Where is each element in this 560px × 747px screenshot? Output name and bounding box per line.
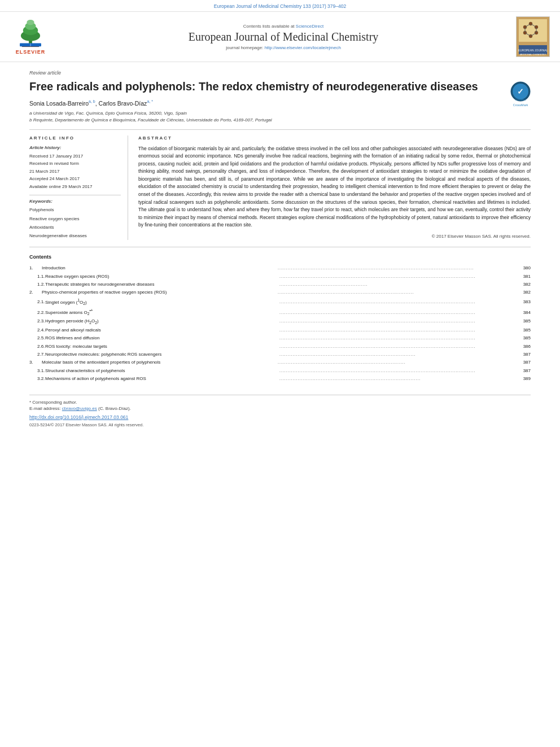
toc-page-2-5: 385 <box>514 334 531 342</box>
main-content: Review article ✓ CrossMark CrossMark Fre… <box>0 70 560 427</box>
keyword-4: Neurodegenerative diseases <box>29 231 121 240</box>
review-article-label: Review article <box>29 70 531 76</box>
keyword-3: Antioxidants <box>29 223 121 231</box>
affiliation-a: a Universidad de Vigo, Fac. Química, Dpt… <box>29 110 531 117</box>
toc-num-2-6: 2.6. <box>29 343 45 351</box>
toc-num-1: 1. <box>29 264 42 272</box>
journal-title-block: Contents lists available at ScienceDirec… <box>58 24 509 50</box>
affiliations: a Universidad de Vigo, Fac. Química, Dpt… <box>29 110 531 124</box>
elsevier-tree-icon <box>14 19 47 48</box>
toc-item-2-2: 2.2. Superoxide anions O2•+ ............… <box>29 307 531 317</box>
copyright-line: © 2017 Elsevier Masson SAS. All rights r… <box>138 234 531 239</box>
svg-text:EUROPEAN JOURNAL: EUROPEAN JOURNAL <box>518 49 548 52</box>
toc-title-3: Molecular basis of the antioxidant prope… <box>42 359 276 366</box>
toc-num-2-3: 2.3. <box>29 317 45 325</box>
toc-dots-1: ........................................… <box>276 265 514 272</box>
toc-item-2-4: 2.4. Peroxyl and alkoxyl radicals ......… <box>29 326 531 334</box>
toc-item-2-6: 2.6. ROS toxicity: molecular targets ...… <box>29 343 531 351</box>
toc-dots-1-2: ........................................… <box>278 281 514 289</box>
contents-label: Contents <box>29 254 531 260</box>
toc-title-2: Physico-chemical properties of reactive … <box>42 289 276 296</box>
toc-page-3-2: 389 <box>514 375 531 383</box>
toc-dots-2-3: ........................................… <box>278 318 514 325</box>
toc-num-2-5: 2.5. <box>29 334 45 342</box>
doi-link[interactable]: http://dx.doi.org/10.1016/j.ejmech.2017.… <box>29 414 128 420</box>
elsevier-text-label: ELSEVIER <box>16 49 46 55</box>
toc-num-2-4: 2.4. <box>29 326 45 334</box>
toc-num-1-2: 1.2. <box>29 281 45 289</box>
toc-title-2-2: Superoxide anions O2•+ <box>45 307 278 317</box>
journal-cover-image: EUROPEAN JOURNAL MEDICINAL CHEMISTRY <box>516 16 550 57</box>
toc-num-2-1: 2.1. <box>29 298 45 306</box>
crossmark-label: CrossMark <box>510 103 531 107</box>
toc-num-2-2: 2.2. <box>29 309 45 317</box>
toc-title-2-4: Peroxyl and alkoxyl radicals <box>45 326 278 334</box>
toc-item-2-5: 2.5. ROS lifetimes and diffusion .......… <box>29 334 531 342</box>
toc-item-2-7: 2.7. Neuroprotective molecules: polyphen… <box>29 351 531 359</box>
author1-sup: a, b <box>89 99 95 103</box>
toc-item-1: 1. Introduction ........................… <box>29 264 531 272</box>
journal-url[interactable]: http://www.elsevier.com/locate/ejmech <box>265 45 341 50</box>
affiliation-b: b Requimte, Departamento de Química e Bi… <box>29 117 531 124</box>
svg-text:CrossMark: CrossMark <box>515 98 526 101</box>
article-info-column: ARTICLE INFO Article history: Received 1… <box>29 136 128 241</box>
toc-num-1-1: 1.1. <box>29 273 45 281</box>
toc-dots-2-2: ........................................… <box>278 309 514 317</box>
page: European Journal of Medicinal Chemistry … <box>0 0 560 747</box>
toc-title-3-2: Mechanisms of action of polyphenols agai… <box>45 375 278 383</box>
sciencedirect-line: Contents lists available at ScienceDirec… <box>58 24 509 29</box>
footer-email: E-mail address: cbravo@uvigo.es (C. Brav… <box>29 406 531 411</box>
toc-title-2-6: ROS toxicity: molecular targets <box>45 343 278 351</box>
abstract-heading: ABSTRACT <box>138 136 531 141</box>
toc-dots-2-7: ........................................… <box>278 351 514 359</box>
footer-section: * Corresponding author. E-mail address: … <box>29 395 531 427</box>
abstract-column: ABSTRACT The oxidation of bioorganic mat… <box>138 136 531 241</box>
toc-item-1-2: 1.2. Therapeutic strategies for neurodeg… <box>29 281 531 289</box>
toc-num-3: 3. <box>29 359 42 366</box>
toc-page-2-2: 384 <box>514 309 531 317</box>
svg-text:MEDICINAL CHEMISTRY: MEDICINAL CHEMISTRY <box>520 53 546 56</box>
keywords-list: Polyphenols Reactive oxygen species Anti… <box>29 206 121 240</box>
toc-page-3: 387 <box>514 359 531 366</box>
authors-line: Sonia Losada-Barreiroa, b, Carlos Bravo-… <box>29 99 531 107</box>
toc-page-2-3: 385 <box>514 317 531 325</box>
keyword-2: Reactive oxygen species <box>29 215 121 223</box>
toc-title-2-1: Singlet oxygen (1O2) <box>45 297 278 307</box>
email-link[interactable]: cbravo@uvigo.es <box>62 406 97 411</box>
toc-dots-1-1: ........................................… <box>278 273 514 281</box>
toc-page-2-1: 383 <box>514 298 531 306</box>
top-citation: European Journal of Medicinal Chemistry … <box>0 0 560 11</box>
toc-item-2-1: 2.1. Singlet oxygen (1O2) ..............… <box>29 297 531 307</box>
toc-title-3-1: Structural characteristics of polyphenol… <box>45 367 278 375</box>
toc-page-1: 380 <box>514 264 531 272</box>
toc-page-2-6: 386 <box>514 343 531 351</box>
toc-dots-2-4: ........................................… <box>278 327 514 334</box>
toc-item-2-3: 2.3. Hydrogen peroxide (H2O2) ..........… <box>29 317 531 326</box>
toc-title-1-1: Reactive oxygen species (ROS) <box>45 273 278 281</box>
toc-page-2-7: 387 <box>514 351 531 359</box>
title-block: ✓ CrossMark CrossMark Free radicals and … <box>29 79 531 94</box>
author2-name: Carlos Bravo-Díaz <box>99 100 147 107</box>
article-title: Free radicals and polyphenols: The redox… <box>29 79 531 94</box>
toc-dots-2-6: ........................................… <box>278 343 514 351</box>
toc-page-1-2: 382 <box>514 281 531 289</box>
footer-doi: http://dx.doi.org/10.1016/j.ejmech.2017.… <box>29 414 531 420</box>
journal-homepage: journal homepage: http://www.elsevier.co… <box>58 45 509 50</box>
sciencedirect-link[interactable]: ScienceDirect <box>296 24 323 29</box>
toc-item-3-1: 3.1. Structural characteristics of polyp… <box>29 367 531 375</box>
toc-dots-2: ........................................… <box>276 289 514 296</box>
section-divider <box>29 247 531 247</box>
corresponding-note: * Corresponding author. <box>29 400 531 405</box>
toc-num-3-1: 3.1. <box>29 367 45 375</box>
author1-name: Sonia Losada-Barreiro <box>29 100 89 107</box>
footer-issn: 0223-5234/© 2017 Elsevier Masson SAS. Al… <box>29 422 531 427</box>
toc-dots-2-5: ........................................… <box>278 335 514 342</box>
elsevier-logo: ELSEVIER <box>10 19 51 55</box>
toc-item-3-2: 3.2. Mechanisms of action of polyphenols… <box>29 375 531 383</box>
article-info-heading: ARTICLE INFO <box>29 136 121 141</box>
toc-num-2-7: 2.7. <box>29 351 45 359</box>
toc-title-2-5: ROS lifetimes and diffusion <box>45 334 278 342</box>
article-info-abstract: ARTICLE INFO Article history: Received 1… <box>29 129 531 241</box>
received-date: Received 17 January 2017 Received in rev… <box>29 152 121 191</box>
toc-num-2: 2. <box>29 289 42 296</box>
